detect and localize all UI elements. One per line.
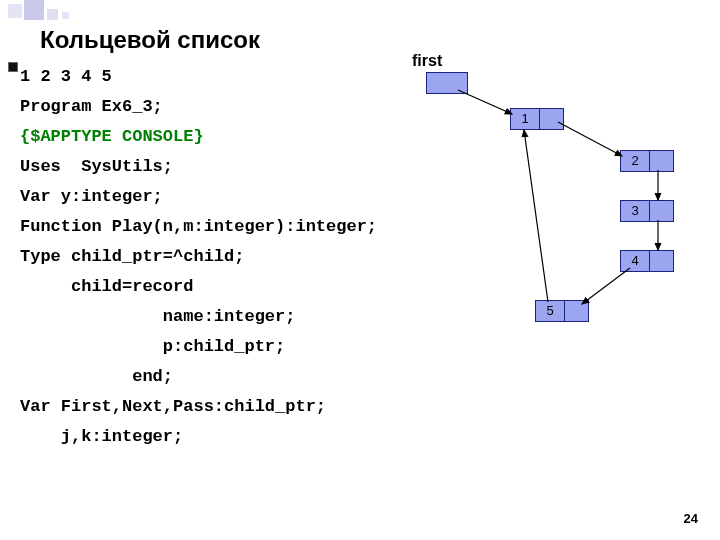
code-line: j,k:integer; — [20, 422, 377, 452]
node-3: 3 — [620, 200, 674, 222]
first-pointer-label: first — [412, 52, 442, 70]
code-line: child=record — [20, 272, 377, 302]
code-block: 1 2 3 4 5Program Ex6_3;{$APPTYPE CONSOLE… — [20, 62, 377, 452]
first-cell — [427, 73, 453, 93]
code-line: Program Ex6_3; — [20, 92, 377, 122]
svg-line-4 — [582, 268, 630, 304]
code-line: Uses SysUtils; — [20, 152, 377, 182]
node-4-value: 4 — [621, 251, 650, 271]
node-4: 4 — [620, 250, 674, 272]
code-line: Function Play(n,m:integer):integer; — [20, 212, 377, 242]
svg-line-5 — [524, 130, 548, 302]
slide-title: Кольцевой список — [40, 26, 260, 54]
code-line: Var First,Next,Pass:child_ptr; — [20, 392, 377, 422]
code-line: 1 2 3 4 5 — [20, 62, 377, 92]
node-3-value: 3 — [621, 201, 650, 221]
bullet-icon — [8, 62, 18, 72]
code-line: p:child_ptr; — [20, 332, 377, 362]
svg-line-1 — [558, 122, 622, 156]
node-5-value: 5 — [536, 301, 565, 321]
code-line: Var y:integer; — [20, 182, 377, 212]
decorative-header — [0, 0, 220, 26]
linked-list-diagram: first 1 2 3 4 5 — [400, 50, 700, 370]
code-line: end; — [20, 362, 377, 392]
node-1: 1 — [510, 108, 564, 130]
node-5: 5 — [535, 300, 589, 322]
code-line: {$APPTYPE CONSOLE} — [20, 122, 377, 152]
page-number: 24 — [684, 511, 698, 526]
node-1-value: 1 — [511, 109, 540, 129]
code-line: Type child_ptr=^child; — [20, 242, 377, 272]
node-2-value: 2 — [621, 151, 650, 171]
first-pointer-box — [426, 72, 468, 94]
code-line: name:integer; — [20, 302, 377, 332]
node-2: 2 — [620, 150, 674, 172]
